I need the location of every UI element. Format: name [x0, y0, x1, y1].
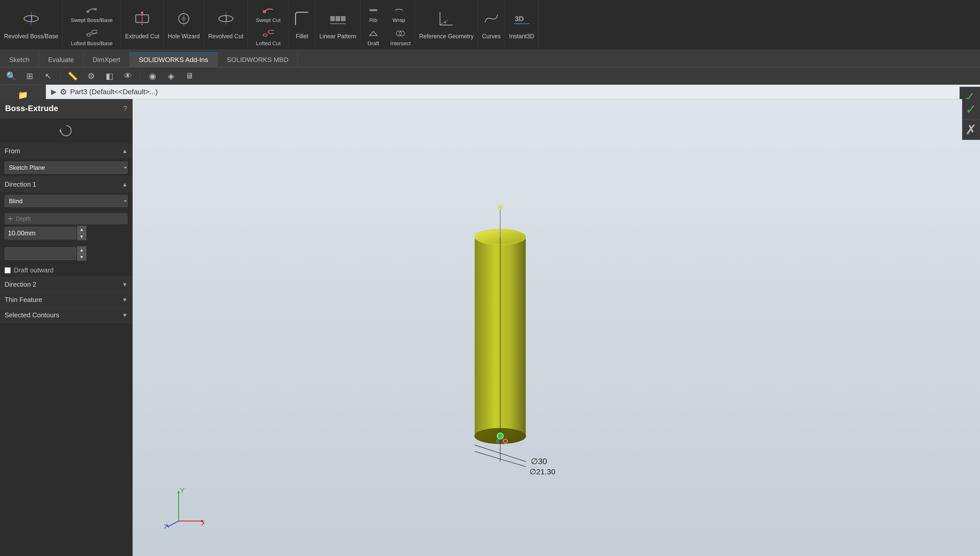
svg-rect-21 — [330, 16, 335, 21]
svg-rect-22 — [336, 16, 340, 21]
svg-point-4 — [87, 34, 90, 36]
viewport[interactable]: ∅30 ∅21.30 Y X Z — [133, 99, 980, 556]
toolbar-swept-cut[interactable]: Swept Cut — [248, 2, 289, 25]
draft-outward-checkbox[interactable] — [5, 267, 11, 273]
display-icon-btn[interactable]: ◉ — [147, 70, 159, 82]
accept-reject-panel: ✓ ✗ — [962, 99, 980, 140]
prop-section-direction1: Direction 1 ▲ Blind Through All Up to Ve… — [0, 177, 132, 277]
toolbar-swept-boss-base[interactable]: Swept Boss/Base — [63, 2, 121, 25]
reference-geometry-label: Reference Geometry — [419, 33, 473, 40]
layers-icon-btn[interactable]: ◧ — [103, 70, 116, 82]
prop-section-dir2-arrow: ▼ — [122, 281, 128, 288]
tab-solidworks-mbd[interactable]: SOLIDWORKS MBD — [218, 52, 298, 67]
main-toolbar: Revolved Boss/Base Swept Boss/Base — [0, 0, 980, 50]
view-icon-btn[interactable]: 👁 — [122, 70, 134, 82]
tabs-bar: Sketch Evaluate DimXpert SOLIDWORKS Add-… — [0, 50, 980, 67]
svg-point-49 — [503, 439, 507, 443]
toolbar-hole-wizard[interactable]: Hole Wizard — [164, 0, 204, 50]
extruded-cut-icon — [133, 10, 151, 31]
toolbar-cut-group: Swept Cut Lofted Cut Boundary Cut — [248, 0, 289, 50]
search-icon-btn[interactable]: 🔍 — [5, 70, 17, 82]
select-icon-btn[interactable]: ↖ — [42, 70, 54, 82]
toolbar-instant3d[interactable]: 3D Instant3D — [505, 0, 539, 50]
revolved-cut-icon — [217, 10, 235, 31]
prop-draft-outward-row: Draft outward — [0, 264, 132, 277]
reject-x-btn[interactable]: ✗ — [962, 120, 980, 140]
tab-sketch[interactable]: Sketch — [0, 52, 39, 67]
tab-solidworks-addins[interactable]: SOLIDWORKS Add-Ins — [130, 52, 218, 67]
tab-dimxpert[interactable]: DimXpert — [84, 52, 130, 67]
toolbar-boss-group: Swept Boss/Base Lofted Boss/Base Boundar… — [63, 0, 121, 50]
property-panel-title: Boss-Extrude — [5, 103, 58, 113]
lofted-boss-base-label: Lofted Boss/Base — [71, 40, 113, 47]
sketch-plane-select[interactable]: Sketch Plane Surface/Face/Plane Vertex O… — [5, 162, 128, 174]
3d-viewport-svg: ∅30 ∅21.30 — [133, 99, 980, 556]
prop-section-from: From ▲ Sketch Plane Surface/Face/Plane V… — [0, 144, 132, 177]
wrap-label: Wrap — [392, 17, 405, 23]
prop-dir1-endcondition-row: Blind Through All Up to Vertex Up to Sur… — [0, 192, 132, 210]
monitor-icon-btn[interactable]: 🖥 — [183, 70, 195, 82]
prop-section-dir1-header[interactable]: Direction 1 ▲ — [0, 177, 132, 192]
toolbar-reference-geometry[interactable]: Reference Geometry — [415, 0, 478, 50]
toolbar-wrap[interactable]: Wrap — [386, 2, 412, 25]
draft-angle-input[interactable] — [5, 247, 76, 260]
revolved-boss-base-icon — [22, 10, 40, 31]
end-condition-select[interactable]: Blind Through All Up to Vertex Up to Sur… — [5, 195, 128, 207]
prop-section-contours-header[interactable]: Selected Contours ▼ — [0, 308, 132, 323]
swept-boss-base-icon — [86, 3, 97, 16]
reference-geometry-icon — [438, 10, 455, 31]
breadcrumb-arrow[interactable]: ▶ — [51, 87, 57, 96]
depth-increment-btn[interactable]: ▲ — [77, 226, 86, 233]
toolbar-rib[interactable]: Rib — [361, 2, 386, 25]
toolbar-curves[interactable]: Curves — [478, 0, 505, 50]
toolbar-linear-pattern[interactable]: Linear Pattern — [315, 0, 360, 50]
depth-decrement-btn[interactable]: ▼ — [77, 233, 86, 240]
tab-evaluate[interactable]: Evaluate — [39, 52, 84, 67]
fillet-icon — [293, 10, 311, 31]
linear-pattern-label: Linear Pattern — [319, 33, 356, 40]
depth-spinner-btns: ▲ ▼ — [77, 226, 86, 240]
prop-section-contours: Selected Contours ▼ — [0, 308, 132, 323]
curves-label: Curves — [482, 33, 501, 40]
svg-point-50 — [496, 440, 499, 443]
depth-label: Depth — [16, 215, 31, 222]
svg-line-61 — [168, 521, 179, 527]
toolbar-revolved-cut[interactable]: Revolved Cut — [204, 0, 248, 50]
accept-checkmark-btn[interactable]: ✓ — [962, 99, 980, 120]
draft-spinner-btns: ▲ ▼ — [77, 246, 86, 261]
measure-icon-btn[interactable]: 📏 — [66, 70, 79, 82]
prop-section-from-title: From — [5, 147, 20, 155]
property-panel-header: Boss-Extrude ? — [0, 99, 132, 118]
svg-rect-25 — [370, 9, 377, 11]
breadcrumb-text: Part3 (Default<<Default>...) — [70, 88, 158, 96]
toolbar-draft[interactable]: Draft — [361, 25, 386, 48]
rib-icon — [368, 3, 378, 16]
filter-icon-btn[interactable]: ⊞ — [24, 70, 36, 82]
toolbar-lofted-boss-base[interactable]: Lofted Boss/Base — [63, 25, 121, 48]
svg-text:∅21.30: ∅21.30 — [530, 467, 555, 476]
toolbar-intersect[interactable]: Intersect — [386, 25, 415, 48]
prop-section-dir2-header[interactable]: Direction 2 ▼ — [0, 277, 132, 292]
toolbar-revolved-boss-base[interactable]: Revolved Boss/Base — [0, 0, 63, 50]
property-panel: Boss-Extrude ? From ▲ Sketch Plane Surfa… — [0, 99, 133, 556]
svg-rect-3 — [94, 8, 97, 10]
depth-input[interactable] — [5, 227, 76, 239]
lofted-cut-label: Lofted Cut — [256, 40, 281, 47]
property-panel-help[interactable]: ? — [123, 104, 127, 113]
toolbar-lofted-cut[interactable]: Lofted Cut — [248, 25, 289, 48]
intersect-label: Intersect — [390, 40, 411, 47]
svg-line-6 — [87, 32, 92, 35]
toolbar-feature-row2: Draft Intersect — [361, 25, 415, 48]
draft-decrement-btn[interactable]: ▼ — [77, 254, 86, 261]
rib-label: Rib — [369, 17, 378, 23]
prop-section-from-header[interactable]: From ▲ — [0, 144, 132, 158]
render-icon-btn[interactable]: ◈ — [165, 70, 177, 82]
lofted-cut-icon — [263, 26, 274, 39]
toolbar-fillet[interactable]: Fillet — [289, 0, 315, 50]
toolbar-extruded-cut[interactable]: Extruded Cut — [121, 0, 164, 50]
instant3d-icon: 3D — [513, 10, 531, 31]
draft-increment-btn[interactable]: ▲ — [77, 246, 86, 254]
toolbar-feature-group: Rib Wrap Draft — [361, 0, 415, 50]
settings-icon-btn[interactable]: ⚙ — [85, 70, 97, 82]
prop-section-thin-header[interactable]: Thin Feature ▼ — [0, 292, 132, 307]
